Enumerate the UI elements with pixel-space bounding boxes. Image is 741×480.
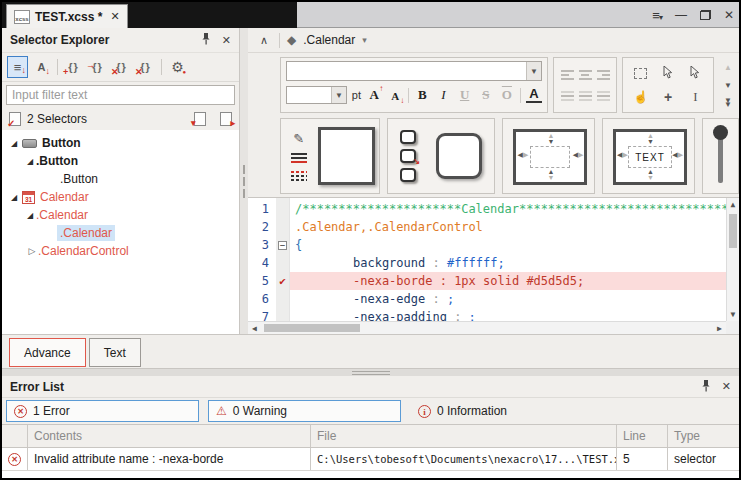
restore-icon[interactable]: [700, 10, 711, 20]
valign-middle-icon[interactable]: [579, 91, 592, 101]
tab-close-icon[interactable]: ✕: [110, 10, 119, 23]
scroll-more-icon[interactable]: ▼▼: [724, 99, 732, 107]
css-code-editor[interactable]: 1 2 3 4 5 6 7 − ✔ /*********************…: [248, 197, 739, 334]
tree-item-dot-calendar-selected[interactable]: .Calendar: [2, 224, 239, 242]
close-panel-icon[interactable]: ✕: [222, 34, 231, 47]
valign-top-icon[interactable]: [561, 91, 574, 101]
tab-text[interactable]: Text: [89, 338, 141, 367]
pin-icon[interactable]: [701, 378, 711, 396]
expander-open-icon[interactable]: ◢: [24, 211, 36, 220]
edge-top-arrows[interactable]: ▲▼: [547, 133, 554, 145]
scroll-down-icon[interactable]: ▼: [727, 308, 739, 321]
edit-border-icon[interactable]: ✎: [293, 131, 304, 146]
padding-right-arrows[interactable]: ◀▶: [672, 152, 683, 158]
align-center-icon[interactable]: [579, 70, 592, 80]
font-color-button[interactable]: A: [526, 87, 542, 103]
document-tab-test-xcss[interactable]: xcss TEST.xcss * ✕: [6, 4, 128, 28]
vertical-scroll-thumb[interactable]: [729, 214, 737, 248]
expander-open-icon[interactable]: ◢: [8, 139, 20, 148]
export-selectors-icon[interactable]: [220, 112, 232, 126]
tree-item-button[interactable]: ◢ Button: [2, 134, 239, 152]
chevron-down-icon[interactable]: ▼: [331, 87, 346, 103]
align-left-icon[interactable]: [561, 70, 574, 80]
import-selectors-icon[interactable]: [194, 112, 206, 126]
underline-button[interactable]: U: [457, 87, 473, 103]
filter-sort-icon[interactable]: ≡↓: [7, 56, 28, 78]
scroll-left-icon[interactable]: ◀: [248, 322, 261, 334]
slider-track[interactable]: [718, 133, 723, 183]
close-panel-icon[interactable]: ✕: [722, 380, 731, 393]
chevron-down-icon[interactable]: ▼: [526, 62, 541, 80]
fold-collapse-icon[interactable]: −: [278, 241, 287, 250]
select-rect-icon[interactable]: [634, 68, 647, 79]
selector-filter-input[interactable]: [6, 85, 235, 105]
information-filter-button[interactable]: i 0 Information: [410, 400, 515, 422]
error-filter-button[interactable]: ✕ 1 Error: [6, 400, 199, 422]
scroll-right-icon[interactable]: ▶: [713, 322, 726, 334]
close-window-icon[interactable]: ✕: [724, 9, 734, 21]
tree-item-dot-button[interactable]: ◢ .Button: [2, 152, 239, 170]
horizontal-scrollbar[interactable]: ◀ ▶: [248, 321, 726, 334]
insert-selector-icon[interactable]: {}→: [87, 56, 108, 78]
edge-bottom-arrows[interactable]: ▲▼: [547, 169, 554, 181]
overline-button[interactable]: O: [499, 87, 515, 103]
error-table-row[interactable]: ✕ Invalid attribute name : -nexa-borde C…: [2, 448, 739, 471]
dashed-lines-icon[interactable]: [291, 171, 307, 181]
padding-left-arrows[interactable]: ◀▶: [617, 152, 628, 158]
valign-bottom-icon[interactable]: [597, 91, 610, 101]
hand-tool-icon[interactable]: ☝: [633, 90, 648, 104]
scroll-down-icon[interactable]: ▼: [724, 81, 732, 90]
vertical-splitter[interactable]: [240, 28, 248, 334]
sort-alpha-icon[interactable]: A↓: [31, 56, 52, 78]
code-text-area[interactable]: /**********************Calendar*********…: [290, 198, 726, 321]
bold-button[interactable]: B: [414, 87, 430, 103]
radius-none-icon[interactable]: [400, 168, 416, 182]
minimize-icon[interactable]: —: [675, 9, 687, 21]
scroll-up-icon[interactable]: ▲: [727, 198, 739, 211]
horizontal-splitter[interactable]: [2, 368, 739, 376]
selector-dropdown-icon[interactable]: ▾: [362, 35, 367, 45]
radius-pick-icon[interactable]: ↘: [400, 149, 416, 163]
text-cursor-icon[interactable]: I: [693, 89, 697, 105]
tab-advance[interactable]: Advance: [9, 338, 86, 367]
solid-lines-icon[interactable]: [291, 153, 307, 163]
collapse-toolbar-button[interactable]: ∧: [256, 34, 272, 47]
tree-item-dot-calendar[interactable]: ◢ .Calendar: [2, 206, 239, 224]
padding-top-arrows[interactable]: ▲▼: [647, 133, 654, 145]
pin-icon[interactable]: [201, 31, 211, 49]
expander-open-icon[interactable]: ◢: [24, 157, 36, 166]
column-header-type[interactable]: Type: [668, 425, 739, 447]
scroll-up-icon[interactable]: ▲: [724, 63, 732, 72]
tree-item-calendar[interactable]: ◢ 31 Calendar: [2, 188, 239, 206]
cursor-arrow-alt-icon[interactable]: [690, 66, 700, 82]
tree-item-dot-button-leaf[interactable]: .Button: [2, 170, 239, 188]
tree-item-calendarcontrol[interactable]: ▷ .CalendarControl: [2, 242, 239, 260]
vertical-scrollbar[interactable]: ▲ ▼: [726, 198, 739, 321]
column-header-file[interactable]: File: [311, 425, 617, 447]
settings-gear-icon[interactable]: ⚙●: [167, 56, 188, 78]
delete-all-selectors-icon[interactable]: {}✕: [135, 56, 156, 78]
window-list-icon[interactable]: ≡▾: [652, 9, 662, 22]
current-selector-label[interactable]: .Calendar: [303, 33, 355, 47]
expander-open-icon[interactable]: ◢: [8, 193, 20, 202]
expander-closed-icon[interactable]: ▷: [26, 246, 38, 256]
edge-left-arrows[interactable]: ◀▶: [517, 152, 528, 158]
cursor-arrow-icon[interactable]: [663, 66, 673, 82]
align-right-icon[interactable]: [597, 70, 610, 80]
strikethrough-button[interactable]: S: [478, 87, 494, 103]
add-selector-icon[interactable]: {}+: [63, 56, 84, 78]
radius-all-icon[interactable]: [400, 130, 416, 144]
slider-knob[interactable]: [713, 125, 728, 140]
edge-right-arrows[interactable]: ◀▶: [573, 152, 584, 158]
delete-selector-icon[interactable]: {}✕: [111, 56, 132, 78]
font-family-combobox[interactable]: ▼: [286, 61, 542, 81]
horizontal-scroll-thumb[interactable]: [264, 324, 360, 332]
crosshair-plus-icon[interactable]: +: [664, 89, 672, 105]
italic-button[interactable]: I: [435, 87, 451, 103]
font-size-combobox[interactable]: ▼: [286, 86, 347, 104]
font-size-decrease-button[interactable]: A↓: [387, 88, 403, 103]
warning-filter-button[interactable]: ⚠ 0 Warning: [208, 400, 401, 422]
padding-bottom-arrows[interactable]: ▲▼: [647, 169, 654, 181]
column-header-icon[interactable]: [2, 425, 28, 447]
font-size-increase-button[interactable]: A↑: [366, 87, 382, 103]
